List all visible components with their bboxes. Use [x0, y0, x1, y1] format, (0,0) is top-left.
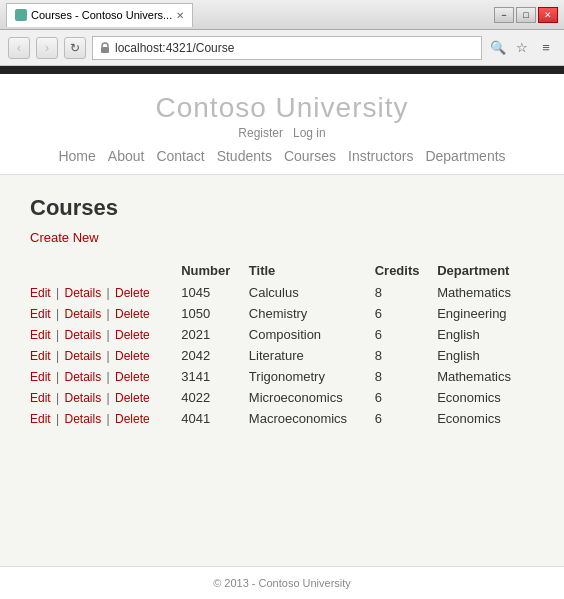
row-credits: 6 — [375, 408, 438, 429]
row-title: Composition — [249, 324, 375, 345]
action-delete[interactable]: Delete — [115, 412, 150, 426]
back-button[interactable]: ‹ — [8, 37, 30, 59]
nav-contact[interactable]: Contact — [156, 148, 204, 164]
row-actions: Edit | Details | Delete — [30, 324, 181, 345]
nav-departments[interactable]: Departments — [425, 148, 505, 164]
table-row: Edit | Details | Delete1045Calculus8Math… — [30, 282, 534, 303]
action-edit[interactable]: Edit — [30, 328, 51, 342]
row-credits: 6 — [375, 303, 438, 324]
url-text: localhost:4321/Course — [115, 41, 234, 55]
row-actions: Edit | Details | Delete — [30, 282, 181, 303]
action-edit[interactable]: Edit — [30, 307, 51, 321]
title-bar: Courses - Contoso Univers... ✕ − □ ✕ — [0, 0, 564, 30]
row-actions: Edit | Details | Delete — [30, 345, 181, 366]
row-credits: 8 — [375, 282, 438, 303]
row-number: 2042 — [181, 345, 249, 366]
col-title: Title — [249, 259, 375, 282]
separator: | — [53, 328, 63, 342]
separator: | — [53, 412, 63, 426]
row-number: 3141 — [181, 366, 249, 387]
action-edit[interactable]: Edit — [30, 412, 51, 426]
action-delete[interactable]: Delete — [115, 349, 150, 363]
action-edit[interactable]: Edit — [30, 286, 51, 300]
table-row: Edit | Details | Delete2042Literature8En… — [30, 345, 534, 366]
register-link[interactable]: Register — [238, 126, 283, 140]
table-row: Edit | Details | Delete4041Macroeconomic… — [30, 408, 534, 429]
row-department: Economics — [437, 408, 534, 429]
url-input[interactable]: localhost:4321/Course — [92, 36, 482, 60]
site-footer: © 2013 - Contoso University — [0, 566, 564, 599]
lock-icon — [99, 42, 111, 54]
browser-tab[interactable]: Courses - Contoso Univers... ✕ — [6, 3, 193, 27]
row-actions: Edit | Details | Delete — [30, 408, 181, 429]
action-delete[interactable]: Delete — [115, 370, 150, 384]
col-credits: Credits — [375, 259, 438, 282]
row-number: 1050 — [181, 303, 249, 324]
separator: | — [103, 349, 113, 363]
row-credits: 8 — [375, 366, 438, 387]
action-edit[interactable]: Edit — [30, 349, 51, 363]
browser-window: Courses - Contoso Univers... ✕ − □ ✕ ‹ ›… — [0, 0, 564, 599]
separator: | — [53, 307, 63, 321]
action-edit[interactable]: Edit — [30, 370, 51, 384]
create-new-link[interactable]: Create New — [30, 230, 99, 245]
action-delete[interactable]: Delete — [115, 307, 150, 321]
row-department: Economics — [437, 387, 534, 408]
window-controls: − □ ✕ — [494, 7, 558, 23]
nav-home[interactable]: Home — [58, 148, 95, 164]
row-number: 4022 — [181, 387, 249, 408]
row-department: English — [437, 324, 534, 345]
close-button[interactable]: ✕ — [538, 7, 558, 23]
nav-students[interactable]: Students — [217, 148, 272, 164]
forward-button[interactable]: › — [36, 37, 58, 59]
separator: | — [53, 349, 63, 363]
site-nav: Home About Contact Students Courses Inst… — [0, 146, 564, 166]
action-details[interactable]: Details — [64, 286, 101, 300]
nav-instructors[interactable]: Instructors — [348, 148, 413, 164]
login-link[interactable]: Log in — [293, 126, 326, 140]
table-row: Edit | Details | Delete4022Microeconomic… — [30, 387, 534, 408]
separator: | — [103, 307, 113, 321]
main-area: Courses Create New Number Title Credits … — [0, 175, 564, 566]
tab-area: Courses - Contoso Univers... ✕ — [6, 3, 193, 27]
action-details[interactable]: Details — [64, 349, 101, 363]
row-number: 1045 — [181, 282, 249, 303]
action-edit[interactable]: Edit — [30, 391, 51, 405]
row-actions: Edit | Details | Delete — [30, 387, 181, 408]
site-header: Contoso University Register Log in Home … — [0, 74, 564, 174]
minimize-button[interactable]: − — [494, 7, 514, 23]
action-details[interactable]: Details — [64, 391, 101, 405]
search-icon[interactable]: 🔍 — [488, 38, 508, 58]
star-icon[interactable]: ☆ — [512, 38, 532, 58]
tab-favicon — [15, 9, 27, 21]
action-details[interactable]: Details — [64, 412, 101, 426]
row-number: 4041 — [181, 408, 249, 429]
separator: | — [53, 391, 63, 405]
row-title: Literature — [249, 345, 375, 366]
action-details[interactable]: Details — [64, 370, 101, 384]
action-delete[interactable]: Delete — [115, 328, 150, 342]
svg-rect-0 — [101, 47, 109, 53]
action-details[interactable]: Details — [64, 328, 101, 342]
menu-icon[interactable]: ≡ — [536, 38, 556, 58]
row-title: Trigonometry — [249, 366, 375, 387]
row-title: Microeconomics — [249, 387, 375, 408]
action-details[interactable]: Details — [64, 307, 101, 321]
refresh-button[interactable]: ↻ — [64, 37, 86, 59]
action-delete[interactable]: Delete — [115, 391, 150, 405]
tab-close-icon[interactable]: ✕ — [176, 10, 184, 21]
separator: | — [103, 370, 113, 384]
row-number: 2021 — [181, 324, 249, 345]
separator: | — [103, 391, 113, 405]
site-title: Contoso University — [0, 92, 564, 124]
black-bar — [0, 66, 564, 74]
action-delete[interactable]: Delete — [115, 286, 150, 300]
nav-courses[interactable]: Courses — [284, 148, 336, 164]
separator: | — [103, 412, 113, 426]
row-department: Mathematics — [437, 366, 534, 387]
nav-about[interactable]: About — [108, 148, 145, 164]
maximize-button[interactable]: □ — [516, 7, 536, 23]
row-credits: 8 — [375, 345, 438, 366]
site-auth: Register Log in — [0, 126, 564, 140]
footer-text: © 2013 - Contoso University — [213, 577, 351, 589]
